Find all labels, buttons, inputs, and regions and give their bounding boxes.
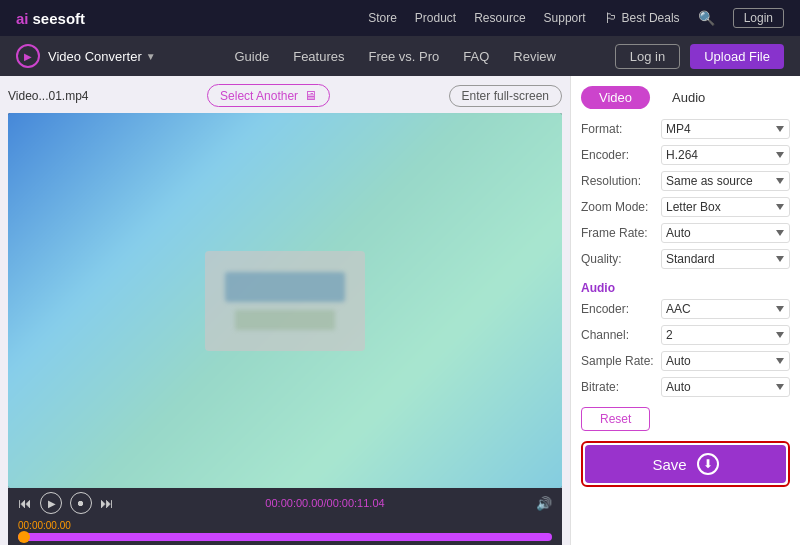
nav-faq[interactable]: FAQ xyxy=(463,49,489,64)
nav-guide[interactable]: Guide xyxy=(234,49,269,64)
video-toolbar: Video...01.mp4 Select Another 🖥 Enter fu… xyxy=(8,84,562,107)
resolution-row: Resolution: Same as source xyxy=(581,171,790,191)
audio-section-title: Audio xyxy=(581,281,790,295)
second-nav-links: Guide Features Free vs. Pro FAQ Review xyxy=(176,49,615,64)
audio-encoder-row: Encoder: AAC xyxy=(581,299,790,319)
channel-row: Channel: 2 xyxy=(581,325,790,345)
video-panel: Video...01.mp4 Select Another 🖥 Enter fu… xyxy=(0,76,570,545)
time-display: 00:00:00.00/00:00:11.04 xyxy=(265,497,384,509)
format-select[interactable]: MP4 xyxy=(661,119,790,139)
encoder-label: Encoder: xyxy=(581,148,661,162)
top-nav-links: Store Product Resource Support 🏳 Best De… xyxy=(368,8,784,28)
blurred-content-2 xyxy=(235,310,335,330)
nav-free-vs-pro[interactable]: Free vs. Pro xyxy=(369,49,440,64)
resolution-label: Resolution: xyxy=(581,174,661,188)
logo: aiseesoft xyxy=(16,10,85,27)
second-nav-right: Log in Upload File xyxy=(615,44,784,69)
best-deals[interactable]: 🏳 Best Deals xyxy=(604,10,680,26)
format-row: Format: MP4 xyxy=(581,119,790,139)
zoom-row: Zoom Mode: Letter Box xyxy=(581,197,790,217)
login-button-second[interactable]: Log in xyxy=(615,44,680,69)
bitrate-select[interactable]: Auto xyxy=(661,377,790,397)
channel-select[interactable]: 2 xyxy=(661,325,790,345)
flag-icon: 🏳 xyxy=(604,10,618,26)
app-title: Video Converter xyxy=(48,49,142,64)
tab-row: Video Audio xyxy=(581,86,790,109)
bitrate-label: Bitrate: xyxy=(581,380,661,394)
nav-features[interactable]: Features xyxy=(293,49,344,64)
control-buttons: ⏮ ▶ ⏺ ⏭ xyxy=(18,492,114,514)
file-name: Video...01.mp4 xyxy=(8,89,89,103)
timeline-area: 00:00:00.00 xyxy=(8,518,562,545)
timeline-bar[interactable] xyxy=(18,533,552,541)
sample-rate-row: Sample Rate: Auto xyxy=(581,351,790,371)
encoder-select[interactable]: H.264 xyxy=(661,145,790,165)
enter-fullscreen-button[interactable]: Enter full-screen xyxy=(449,85,562,107)
save-button-wrapper: Save ⬇ xyxy=(581,441,790,487)
audio-encoder-label: Encoder: xyxy=(581,302,661,316)
frame-rate-select[interactable]: Auto xyxy=(661,223,790,243)
zoom-select[interactable]: Letter Box xyxy=(661,197,790,217)
sample-rate-label: Sample Rate: xyxy=(581,354,661,368)
rewind-button[interactable]: ⏮ xyxy=(18,495,32,511)
logo-ai: ai xyxy=(16,10,29,27)
quality-row: Quality: Standard xyxy=(581,249,790,269)
nav-review[interactable]: Review xyxy=(513,49,556,64)
upload-file-button[interactable]: Upload File xyxy=(690,44,784,69)
bitrate-row: Bitrate: Auto xyxy=(581,377,790,397)
blurred-content-1 xyxy=(225,272,345,302)
nav-product[interactable]: Product xyxy=(415,11,456,25)
sample-rate-select[interactable]: Auto xyxy=(661,351,790,371)
reset-button[interactable]: Reset xyxy=(581,407,650,431)
quality-label: Quality: xyxy=(581,252,661,266)
player-controls: ⏮ ▶ ⏺ ⏭ 00:00:00.00/00:00:11.04 🔊 xyxy=(8,488,562,518)
play-button[interactable]: ▶ xyxy=(40,492,62,514)
monitor-icon: 🖥 xyxy=(304,88,317,103)
main-content: Video...01.mp4 Select Another 🖥 Enter fu… xyxy=(0,76,800,545)
save-button[interactable]: Save ⬇ xyxy=(585,445,786,483)
video-preview xyxy=(8,113,562,488)
logo-seesoft: seesoft xyxy=(33,10,86,27)
nav-store[interactable]: Store xyxy=(368,11,397,25)
resolution-select[interactable]: Same as source xyxy=(661,171,790,191)
save-area: Save ⬇ xyxy=(581,441,790,487)
time-label: 00:00:00.00 xyxy=(18,520,552,531)
login-button-top[interactable]: Login xyxy=(733,8,784,28)
nav-support[interactable]: Support xyxy=(544,11,586,25)
video-center-overlay xyxy=(205,251,365,351)
fast-forward-button[interactable]: ⏭ xyxy=(100,495,114,511)
app-icon: ▶ xyxy=(16,44,40,68)
channel-label: Channel: xyxy=(581,328,661,342)
quality-select[interactable]: Standard xyxy=(661,249,790,269)
record-button[interactable]: ⏺ xyxy=(70,492,92,514)
settings-panel: Video Audio Format: MP4 Encoder: H.264 R… xyxy=(570,76,800,545)
tab-audio[interactable]: Audio xyxy=(654,86,723,109)
second-nav: ▶ Video Converter ▼ Guide Features Free … xyxy=(0,36,800,76)
audio-encoder-select[interactable]: AAC xyxy=(661,299,790,319)
search-icon[interactable]: 🔍 xyxy=(698,10,715,26)
zoom-label: Zoom Mode: xyxy=(581,200,661,214)
timeline-handle[interactable] xyxy=(18,531,30,543)
nav-resource[interactable]: Resource xyxy=(474,11,525,25)
top-nav: aiseesoft Store Product Resource Support… xyxy=(0,0,800,36)
encoder-row: Encoder: H.264 xyxy=(581,145,790,165)
frame-rate-row: Frame Rate: Auto xyxy=(581,223,790,243)
frame-rate-label: Frame Rate: xyxy=(581,226,661,240)
select-another-button[interactable]: Select Another 🖥 xyxy=(207,84,330,107)
volume-icon[interactable]: 🔊 xyxy=(536,496,552,511)
tab-video[interactable]: Video xyxy=(581,86,650,109)
format-label: Format: xyxy=(581,122,661,136)
dropdown-arrow-icon[interactable]: ▼ xyxy=(146,51,156,62)
save-icon: ⬇ xyxy=(697,453,719,475)
